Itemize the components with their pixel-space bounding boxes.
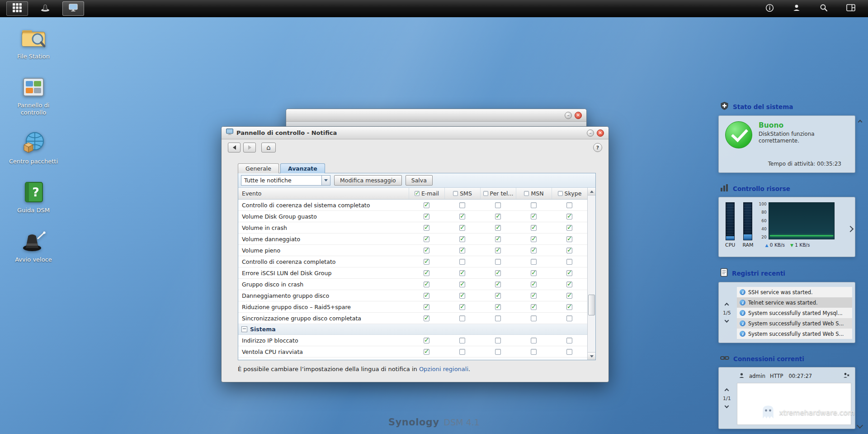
notification-checkbox[interactable] — [566, 236, 572, 242]
minimize-button[interactable]: – — [587, 129, 594, 137]
channel-select-all-checkbox[interactable] — [524, 191, 529, 196]
notification-checkbox[interactable] — [424, 270, 429, 276]
channel-select-all-checkbox[interactable] — [415, 191, 420, 196]
notification-checkbox[interactable] — [495, 259, 501, 265]
table-row[interactable]: Ventola CPU riavviata — [238, 346, 587, 358]
notification-checkbox[interactable] — [531, 349, 537, 355]
desktop-icon-file-station[interactable]: File Station — [5, 25, 61, 60]
widgets-panel-button[interactable] — [842, 1, 860, 16]
notification-checkbox[interactable] — [424, 281, 429, 287]
notification-checkbox[interactable] — [531, 202, 537, 208]
notification-checkbox[interactable] — [459, 202, 465, 208]
minimize-button[interactable]: – — [565, 112, 572, 119]
notification-checkbox[interactable] — [495, 281, 501, 287]
table-row[interactable]: Danneggiamento gruppo disco — [238, 290, 587, 301]
notification-checkbox[interactable] — [566, 304, 572, 310]
table-row[interactable]: Volume in crash — [238, 222, 587, 234]
notification-checkbox[interactable] — [424, 214, 429, 219]
user-button[interactable] — [788, 1, 806, 16]
notification-checkbox[interactable] — [566, 338, 572, 343]
notification-checkbox[interactable] — [531, 214, 537, 219]
table-row[interactable]: Volume Disk Group guasto — [238, 211, 587, 222]
notification-checkbox[interactable] — [459, 304, 465, 310]
scroll-up-button[interactable] — [588, 188, 595, 196]
notification-checkbox[interactable] — [531, 225, 537, 231]
vertical-scrollbar[interactable] — [587, 188, 595, 360]
table-section-row[interactable]: Sistema — [238, 324, 587, 335]
scrollbar-thumb[interactable] — [588, 295, 595, 315]
notification-checkbox[interactable] — [459, 225, 465, 231]
notification-checkbox[interactable] — [424, 225, 429, 231]
log-entry[interactable]: iTelnet service was started. — [737, 297, 852, 308]
table-row[interactable]: Errore iSCSI LUN del Disk Group — [238, 267, 587, 279]
table-row[interactable]: Gruppo disco in crash — [238, 279, 587, 290]
notification-checkbox[interactable] — [566, 214, 572, 219]
notification-filter-select[interactable]: Tutte le notifiche — [241, 175, 330, 186]
notification-checkbox[interactable] — [531, 270, 537, 276]
notification-checkbox[interactable] — [459, 349, 465, 355]
notification-checkbox[interactable] — [495, 225, 501, 231]
tab-generale[interactable]: Generale — [238, 163, 279, 173]
notification-checkbox[interactable] — [495, 293, 501, 299]
notification-checkbox[interactable] — [495, 270, 501, 276]
edit-message-button[interactable]: Modifica messaggio — [334, 175, 402, 186]
notification-checkbox[interactable] — [531, 304, 537, 310]
notification-checkbox[interactable] — [459, 248, 465, 253]
notification-checkbox[interactable] — [495, 236, 501, 242]
notification-checkbox[interactable] — [531, 293, 537, 299]
quick-start-taskbar-button[interactable] — [34, 1, 56, 16]
notification-checkbox[interactable] — [424, 202, 429, 208]
notification-checkbox[interactable] — [495, 248, 501, 253]
notification-checkbox[interactable] — [424, 259, 429, 265]
save-button[interactable]: Salva — [406, 175, 433, 186]
log-entry[interactable]: iSSH service was started. — [737, 287, 852, 297]
notification-checkbox[interactable] — [566, 315, 572, 321]
notification-checkbox[interactable] — [495, 214, 501, 219]
tab-avanzate[interactable]: Avanzate — [280, 163, 325, 173]
notification-checkbox[interactable] — [495, 349, 501, 355]
log-entry[interactable]: iSystem successfully started Mysql... — [737, 308, 852, 318]
table-row[interactable]: Volume pieno — [238, 245, 587, 256]
desktop-icon-dsm-help[interactable]: ?Guida DSM — [5, 179, 61, 214]
widget-pane-scroll-up[interactable] — [859, 117, 862, 125]
notification-checkbox[interactable] — [424, 304, 429, 310]
notification-checkbox[interactable] — [566, 225, 572, 231]
active-app-taskbar-button[interactable] — [62, 1, 84, 16]
notification-checkbox[interactable] — [459, 315, 465, 321]
disconnect-icon[interactable] — [843, 372, 849, 380]
notification-checkbox[interactable] — [459, 259, 465, 265]
table-row[interactable]: Volume danneggiato — [238, 234, 587, 245]
collapse-icon[interactable] — [241, 326, 247, 332]
notification-checkbox[interactable] — [531, 259, 537, 265]
channel-select-all-checkbox[interactable] — [453, 191, 458, 196]
open-resource-monitor-button[interactable] — [848, 224, 853, 233]
notification-checkbox[interactable] — [566, 281, 572, 287]
table-row[interactable]: Controllo di coerenza completato — [238, 256, 587, 267]
notification-checkbox[interactable] — [459, 236, 465, 242]
back-button[interactable] — [228, 143, 241, 153]
notification-checkbox[interactable] — [531, 248, 537, 253]
log-entry[interactable]: iSystem successfully started Web S... — [737, 329, 852, 339]
notification-checkbox[interactable] — [566, 349, 572, 355]
info-button[interactable] — [760, 1, 778, 16]
table-row[interactable]: Indirizzo IP bloccato — [238, 335, 587, 346]
notification-checkbox[interactable] — [566, 248, 572, 253]
table-row[interactable]: Ventola CPU arrestata — [238, 358, 587, 360]
notification-checkbox[interactable] — [424, 293, 429, 299]
pager-up-icon[interactable] — [725, 388, 729, 393]
widget-pane-scroll-down[interactable] — [858, 421, 862, 429]
search-button[interactable] — [815, 1, 833, 16]
notification-checkbox[interactable] — [495, 304, 501, 310]
notification-checkbox[interactable] — [566, 293, 572, 299]
main-menu-button[interactable] — [6, 1, 28, 16]
desktop-icon-control-panel[interactable]: Pannello di controllo — [5, 74, 61, 116]
notification-checkbox[interactable] — [424, 338, 429, 343]
connection-row[interactable]: admin HTTP 00:27:27 — [737, 371, 851, 381]
notification-checkbox[interactable] — [531, 236, 537, 242]
desktop-icon-quick-start[interactable]: Avvio veloce — [5, 229, 61, 263]
notification-checkbox[interactable] — [459, 214, 465, 219]
notification-checkbox[interactable] — [531, 315, 537, 321]
pager-up-icon[interactable] — [725, 303, 729, 307]
channel-select-all-checkbox[interactable] — [558, 191, 563, 196]
forward-button[interactable] — [243, 143, 256, 153]
